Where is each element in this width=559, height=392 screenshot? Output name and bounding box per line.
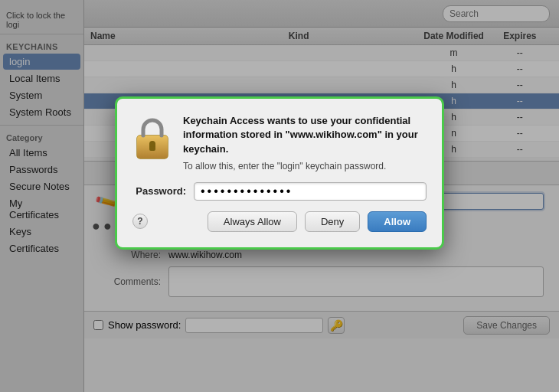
dialog-buttons: ? Always Allow Deny Allow (132, 211, 427, 232)
allow-button[interactable]: Allow (368, 211, 427, 232)
dialog-box: Keychain Access wants to use your confid… (115, 96, 444, 250)
dialog-password-input[interactable] (194, 182, 427, 201)
dialog-title: Keychain Access wants to use your confid… (183, 114, 427, 156)
dialog-text-area: Keychain Access wants to use your confid… (183, 114, 427, 172)
lock-icon (132, 116, 172, 162)
dialog-subtitle: To allow this, enter the "login" keychai… (183, 161, 427, 172)
always-allow-button[interactable]: Always Allow (208, 211, 297, 232)
dialog-header: Keychain Access wants to use your confid… (132, 114, 427, 172)
dialog-password-row: Password: (132, 182, 427, 201)
deny-button[interactable]: Deny (305, 211, 360, 232)
help-button[interactable]: ? (132, 214, 148, 229)
dialog-password-label: Password: (132, 185, 194, 197)
dialog-overlay: Keychain Access wants to use your confid… (0, 0, 559, 392)
